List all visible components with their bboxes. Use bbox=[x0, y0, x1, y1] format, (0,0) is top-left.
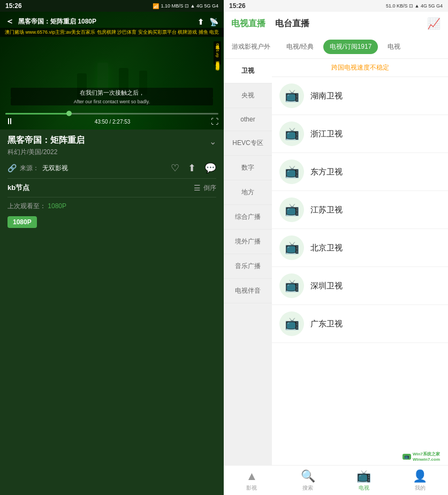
last-watch: 上次观看至： 1080P bbox=[7, 197, 216, 214]
fullscreen-button[interactable]: ⛶ bbox=[211, 117, 218, 126]
progress-dot bbox=[66, 111, 72, 116]
right-header: 电视直播 电台直播 📈 bbox=[224, 12, 448, 35]
movie-meta: 科幻片/美国/2022 bbox=[7, 148, 85, 157]
video-title: 黑客帝国：矩阵重启 1080P bbox=[18, 17, 96, 26]
logo-tv: 📺 bbox=[403, 454, 411, 460]
tv-icon-shenzhen: 📺 bbox=[285, 279, 299, 293]
nav-tv[interactable]: 📺 电视 bbox=[336, 469, 392, 492]
source-name: 无双影视 bbox=[42, 164, 68, 173]
profile-label: 我的 bbox=[415, 484, 426, 492]
nav-satellite[interactable]: 卫视 bbox=[224, 59, 272, 83]
channel-icon-zhejiang: 📺 bbox=[279, 121, 304, 146]
trend-icon[interactable]: 📈 bbox=[427, 17, 441, 30]
left-nav: 卫视 央视 other HEVC专区 数字 地方 综合广播 境外广播 音乐广播 … bbox=[224, 59, 272, 465]
right-panel: 15:26 51.0 KB/S ⊡ ▲ 4G 5G G4 电视直播 电台直播 📈… bbox=[224, 0, 448, 495]
quality-tag-1080p[interactable]: 1080P bbox=[7, 216, 37, 228]
movies-label: 影视 bbox=[246, 484, 257, 492]
channel-list: 跨国电视速度不稳定 📺 湖南卫视 📺 浙江卫视 📺 东方卫视 bbox=[272, 59, 448, 465]
tab-radio-live[interactable]: 电台直播 bbox=[275, 18, 309, 29]
movie-title-row: 黑客帝国：矩阵重启 科幻片/美国/2022 ⌄ bbox=[7, 135, 216, 157]
nav-local[interactable]: 地方 bbox=[224, 180, 272, 205]
source-left: 🔗 来源： 无双影视 bbox=[7, 164, 68, 173]
watermark-text: Win7系统之家Winwin7.com bbox=[413, 451, 440, 462]
tv-icon-zhejiang: 📺 bbox=[285, 127, 299, 141]
comment-icon[interactable]: 💬 bbox=[204, 162, 216, 174]
back-button[interactable]: ＜ bbox=[5, 16, 14, 27]
progress-fill bbox=[5, 113, 69, 115]
channel-icon-dongfang: 📺 bbox=[279, 159, 304, 184]
status-icons-left: 📶 1.10 MB/S ⊡ ▲ 4G 5G G4 bbox=[153, 3, 218, 9]
status-bar-right: 15:26 51.0 KB/S ⊡ ▲ 4G 5G G4 bbox=[224, 0, 448, 12]
side-ad: 线上娱乐 6576.vip 百家乐 刷票投注 捕鱼 斗地主 庄牛牌 绿牛棒 bbox=[214, 41, 221, 65]
category-scroll: 游戏影视户外 电视/经典 电视/订阅1917 电视 bbox=[224, 35, 448, 59]
tv-label: 电视 bbox=[359, 484, 369, 492]
cat-tv[interactable]: 电视 bbox=[381, 40, 407, 54]
source-label: 来源： bbox=[20, 164, 39, 173]
movie-title: 黑客帝国：矩阵重启 bbox=[7, 135, 85, 146]
cat-tv-classic[interactable]: 电视/经典 bbox=[280, 40, 320, 54]
order-label: 倒序 bbox=[203, 184, 216, 193]
share-action-icon[interactable]: ⬆ bbox=[188, 162, 196, 174]
nav-foreign-broadcast[interactable]: 境外广播 bbox=[224, 230, 272, 254]
node-label: kb节点 bbox=[7, 183, 29, 193]
channel-name-guangdong: 广东卫视 bbox=[310, 319, 343, 329]
nav-other[interactable]: other bbox=[224, 108, 272, 131]
status-time-right: 15:26 bbox=[229, 2, 246, 10]
subtitle-cn: 在我们第一次接触之后， bbox=[11, 88, 213, 98]
nav-profile[interactable]: 👤 我的 bbox=[392, 469, 448, 492]
cat-tv-subscribe[interactable]: 电视/订阅1917 bbox=[323, 40, 378, 54]
order-right[interactable]: ☰ 倒序 bbox=[194, 184, 216, 193]
cat-game-movie[interactable]: 游戏影视户外 bbox=[225, 40, 277, 54]
movie-info: 黑客帝国：矩阵重启 科幻片/美国/2022 ⌄ 🔗 来源： 无双影视 ♡ ⬆ 💬… bbox=[0, 130, 224, 233]
tv-icon-hunan: 📺 bbox=[285, 89, 299, 103]
cast-icon[interactable]: 📡 bbox=[209, 18, 218, 26]
channel-icon-shenzhen: 📺 bbox=[279, 273, 304, 298]
channel-beijing[interactable]: 📺 北京卫视 bbox=[272, 229, 448, 267]
channel-zhejiang[interactable]: 📺 浙江卫视 bbox=[272, 115, 448, 153]
channel-hunan[interactable]: 📺 湖南卫视 bbox=[272, 77, 448, 115]
header-tabs: 电视直播 电台直播 bbox=[231, 18, 309, 29]
channel-guangdong[interactable]: 📺 广东卫视 bbox=[272, 305, 448, 343]
video-player[interactable]: ＜ 黑客帝国：矩阵重启 1080P ⬆ 📡 澳门赌场 www.6576.vip主… bbox=[0, 12, 224, 130]
search-icon: 🔍 bbox=[301, 469, 315, 483]
status-time-left: 15:26 bbox=[5, 2, 22, 10]
expand-icon[interactable]: ⌄ bbox=[209, 136, 216, 147]
subtitle-area: 在我们第一次接触之后， After our first contact went… bbox=[0, 88, 224, 105]
channel-jiangsu[interactable]: 📺 江苏卫视 bbox=[272, 191, 448, 229]
nav-cctv[interactable]: 央视 bbox=[224, 83, 272, 108]
quality-tags: 1080P bbox=[7, 216, 216, 228]
progress-bar[interactable] bbox=[5, 113, 218, 115]
tab-tv-live[interactable]: 电视直播 bbox=[231, 18, 265, 29]
status-icons-right: 51.0 KB/S ⊡ ▲ 4G 5G G4 bbox=[386, 3, 443, 9]
ad-banner: 澳门赌场 www.6576.vip主营:av美女百家乐 包房棋牌 沙巴体育 安全… bbox=[0, 28, 224, 37]
nav-movies[interactable]: ▲ 影视 bbox=[224, 469, 280, 492]
channel-dongfang[interactable]: 📺 东方卫视 bbox=[272, 153, 448, 191]
nav-search[interactable]: 🔍 搜索 bbox=[280, 469, 336, 492]
search-label: 搜索 bbox=[302, 484, 313, 492]
tv-icon-guangdong: 📺 bbox=[285, 317, 299, 331]
channel-icon-jiangsu: 📺 bbox=[279, 197, 304, 222]
movies-icon: ▲ bbox=[246, 469, 257, 483]
video-controls: ⏸ 43:50 / 2:27:53 ⛶ bbox=[0, 111, 224, 130]
time-display: 43:50 / 2:27:53 bbox=[95, 119, 131, 125]
share-icon[interactable]: ⬆ bbox=[198, 18, 204, 26]
channel-icon-beijing: 📺 bbox=[279, 235, 304, 260]
tv-icon-jiangsu: 📺 bbox=[285, 203, 299, 217]
like-icon[interactable]: ♡ bbox=[171, 162, 179, 174]
nav-music-broadcast[interactable]: 音乐广播 bbox=[224, 254, 272, 279]
nav-tv-audio[interactable]: 电视伴音 bbox=[224, 279, 272, 303]
tv-icon-beijing: 📺 bbox=[285, 241, 299, 255]
warning-banner: 跨国电视速度不稳定 bbox=[272, 59, 448, 77]
pause-button[interactable]: ⏸ bbox=[5, 117, 14, 126]
last-watch-val: 1080P bbox=[48, 202, 66, 210]
action-icons: ♡ ⬆ 💬 bbox=[171, 162, 216, 174]
link-icon: 🔗 bbox=[7, 164, 17, 172]
subtitle-en: After our first contact went so badly. bbox=[11, 98, 213, 105]
nav-hevc[interactable]: HEVC专区 bbox=[224, 131, 272, 156]
channel-icon-guangdong: 📺 bbox=[279, 311, 304, 336]
channel-shenzhen[interactable]: 📺 深圳卫视 bbox=[272, 267, 448, 305]
nav-digital[interactable]: 数字 bbox=[224, 156, 272, 180]
video-actions: ⬆ 📡 bbox=[198, 18, 218, 26]
tv-bottom-icon: 📺 bbox=[356, 469, 371, 483]
nav-general-broadcast[interactable]: 综合广播 bbox=[224, 205, 272, 230]
